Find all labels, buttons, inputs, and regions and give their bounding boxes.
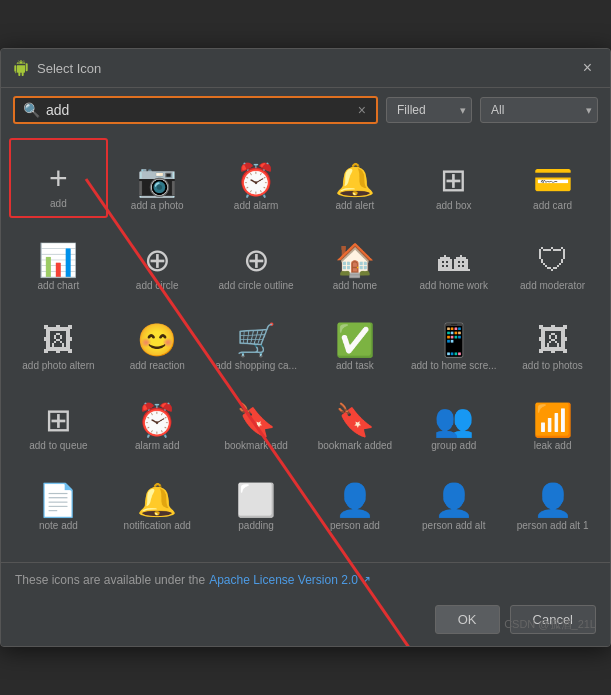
- icon-label-add_moderator: add moderator: [520, 280, 585, 292]
- icon-symbol-group_add: 👥: [434, 404, 474, 436]
- dialog-title: Select Icon: [37, 61, 101, 76]
- icon-symbol-add_reaction: 😊: [137, 324, 177, 356]
- icon-item-add_alert[interactable]: 🔔add alert: [306, 138, 405, 218]
- icon-item-padding[interactable]: ⬜padding: [207, 458, 306, 538]
- icon-item-add_photo_alternate[interactable]: 🖼add photo altern: [9, 298, 108, 378]
- icon-symbol-person_add_alt: 👤: [434, 484, 474, 516]
- search-row: 🔍 × Filled Outlined Rounded Sharp Two To…: [1, 88, 610, 132]
- icon-label-add_task: add task: [336, 360, 374, 372]
- android-icon: [13, 60, 29, 76]
- icon-symbol-add_home_work: 🏘: [438, 244, 470, 276]
- icon-symbol-person_add: 👤: [335, 484, 375, 516]
- footer-text: These icons are available under the: [15, 573, 205, 587]
- icon-item-add_card[interactable]: 💳add card: [503, 138, 602, 218]
- icon-label-add_circle: add circle: [136, 280, 179, 292]
- icon-symbol-person_add_alt_1: 👤: [533, 484, 573, 516]
- icon-item-add_circle[interactable]: ⊕add circle: [108, 218, 207, 298]
- icon-symbol-alarm_add: ⏰: [137, 404, 177, 436]
- icon-symbol-add_circle: ⊕: [144, 244, 171, 276]
- icon-label-add_card: add card: [533, 200, 572, 212]
- icon-symbol-add_moderator: 🛡: [537, 244, 569, 276]
- title-bar-left: Select Icon: [13, 60, 101, 76]
- search-clear-button[interactable]: ×: [356, 102, 368, 118]
- icon-item-add_box[interactable]: ⊞add box: [404, 138, 503, 218]
- icon-item-playlist_add[interactable]: ≡playlist add: [9, 538, 108, 562]
- icon-label-bookmark_added: bookmark added: [318, 440, 393, 452]
- icon-item-sports_kabaddi[interactable]: 🤼sports kabaddi: [207, 538, 306, 562]
- icon-item-add_moderator[interactable]: 🛡add moderator: [503, 218, 602, 298]
- icon-item-person_add_alt[interactable]: 👤person add alt: [404, 458, 503, 538]
- icon-label-add: add: [50, 198, 67, 210]
- icon-label-person_add_alt_1: person add alt 1: [517, 520, 589, 532]
- footer: These icons are available under the Apac…: [1, 562, 610, 597]
- icon-item-group_add[interactable]: 👥group add: [404, 378, 503, 458]
- icon-symbol-add_alarm: ⏰: [236, 164, 276, 196]
- icon-label-add_circle_outline: add circle outline: [219, 280, 294, 292]
- icons-grid: +add📷add a photo⏰add alarm🔔add alert⊞add…: [1, 132, 610, 562]
- icon-item-bookmark_added[interactable]: 🔖bookmark added: [306, 378, 405, 458]
- icon-item-add_chart[interactable]: 📊add chart: [9, 218, 108, 298]
- watermark: CSDN @孤酒_21L: [504, 617, 596, 632]
- icon-symbol-add_shopping_cart: 🛒: [236, 324, 276, 356]
- icon-label-add_a_photo: add a photo: [131, 200, 184, 212]
- icon-item-playlist_add_circle[interactable]: ⊕playlist add circle: [108, 538, 207, 562]
- icon-label-add_to_queue: add to queue: [29, 440, 87, 452]
- icon-item-add_alarm[interactable]: ⏰add alarm: [207, 138, 306, 218]
- icon-label-notification_add: notification add: [124, 520, 191, 532]
- icon-label-add_reaction: add reaction: [130, 360, 185, 372]
- style-filter[interactable]: Filled Outlined Rounded Sharp Two Tone: [386, 97, 472, 123]
- icon-item-add_a_photo[interactable]: 📷add a photo: [108, 138, 207, 218]
- icon-item-add[interactable]: +add: [9, 138, 108, 218]
- icon-symbol-add_alert: 🔔: [335, 164, 375, 196]
- icon-item-add_reaction[interactable]: 😊add reaction: [108, 298, 207, 378]
- search-icon: 🔍: [23, 102, 40, 118]
- icon-item-alarm_add[interactable]: ⏰alarm add: [108, 378, 207, 458]
- icon-item-person_add[interactable]: 👤person add: [306, 458, 405, 538]
- icon-symbol-bookmark_added: 🔖: [335, 404, 375, 436]
- ok-button[interactable]: OK: [435, 605, 500, 634]
- icon-label-add_shopping_cart: add shopping ca...: [215, 360, 297, 372]
- icon-item-add_to_home_screen[interactable]: 📱add to home scre...: [404, 298, 503, 378]
- license-link[interactable]: Apache License Version 2.0 ↗: [209, 573, 371, 587]
- icon-symbol-add_to_home_screen: 📱: [434, 324, 474, 356]
- icon-label-leak_add: leak add: [534, 440, 572, 452]
- category-filter[interactable]: All Actions Alert AV Communication Conte…: [480, 97, 598, 123]
- icon-label-group_add: group add: [431, 440, 476, 452]
- icon-symbol-add_a_photo: 📷: [137, 164, 177, 196]
- icon-label-person_add_alt: person add alt: [422, 520, 485, 532]
- category-filter-wrap: All Actions Alert AV Communication Conte…: [480, 97, 598, 123]
- icon-item-add_home[interactable]: 🏠add home: [306, 218, 405, 298]
- icon-symbol-note_add: 📄: [38, 484, 78, 516]
- search-input[interactable]: [46, 102, 350, 118]
- icon-label-add_home: add home: [333, 280, 377, 292]
- icon-label-alarm_add: alarm add: [135, 440, 179, 452]
- icon-label-add_to_photos: add to photos: [522, 360, 583, 372]
- icon-label-add_alert: add alert: [335, 200, 374, 212]
- icon-label-add_box: add box: [436, 200, 472, 212]
- icon-item-add_shopping_cart[interactable]: 🛒add shopping ca...: [207, 298, 306, 378]
- close-button[interactable]: ×: [577, 57, 598, 79]
- icon-item-add_to_photos[interactable]: 🖼add to photos: [503, 298, 602, 378]
- icon-symbol-add_to_queue: ⊞: [45, 404, 72, 436]
- icon-symbol-add_card: 💳: [533, 164, 573, 196]
- icon-item-notification_add[interactable]: 🔔notification add: [108, 458, 207, 538]
- icon-item-bookmark_add[interactable]: 🔖bookmark add: [207, 378, 306, 458]
- icon-item-add_home_work[interactable]: 🏘add home work: [404, 218, 503, 298]
- icon-symbol-add_box: ⊞: [440, 164, 467, 196]
- style-filter-wrap: Filled Outlined Rounded Sharp Two Tone: [386, 97, 472, 123]
- icon-item-add_task[interactable]: ✅add task: [306, 298, 405, 378]
- icon-item-switch_access[interactable]: ✨switch access...: [306, 538, 405, 562]
- icon-item-person_add_alt_1[interactable]: 👤person add alt 1: [503, 458, 602, 538]
- icon-label-add_alarm: add alarm: [234, 200, 278, 212]
- icon-symbol-bookmark_add: 🔖: [236, 404, 276, 436]
- icon-label-add_photo_alternate: add photo altern: [22, 360, 94, 372]
- icon-symbol-add_chart: 📊: [38, 244, 78, 276]
- icon-label-bookmark_add: bookmark add: [224, 440, 287, 452]
- icon-symbol-leak_add: 📶: [533, 404, 573, 436]
- icon-item-add_to_queue[interactable]: ⊞add to queue: [9, 378, 108, 458]
- icon-symbol-add_circle_outline: ⊕: [243, 244, 270, 276]
- icon-item-leak_add[interactable]: 📶leak add: [503, 378, 602, 458]
- icon-item-note_add[interactable]: 📄note add: [9, 458, 108, 538]
- title-bar: Select Icon ×: [1, 49, 610, 88]
- icon-item-add_circle_outline[interactable]: ⊕add circle outline: [207, 218, 306, 298]
